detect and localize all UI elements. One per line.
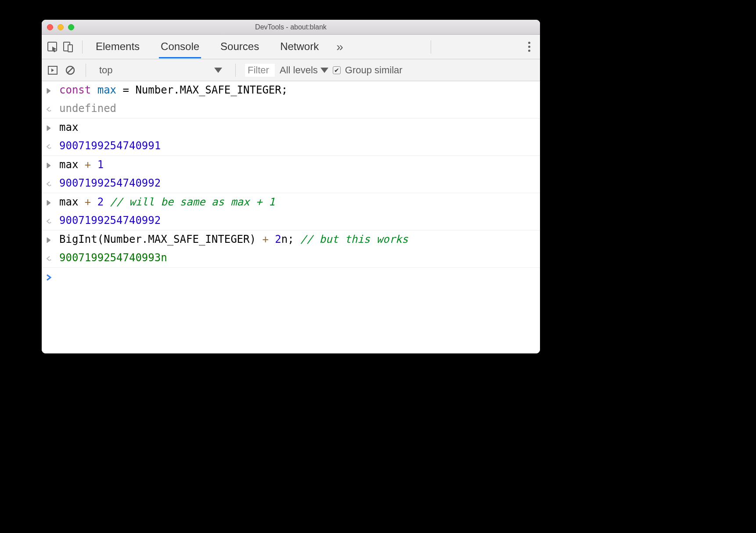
console-output-row: 9007199254740992: [42, 174, 540, 193]
input-chevron-icon: [45, 158, 54, 172]
levels-label: All levels: [280, 65, 318, 76]
devtools-window: DevTools - about:blank Elements Console …: [42, 20, 540, 353]
tab-network[interactable]: Network: [278, 35, 320, 58]
svg-point-10: [50, 259, 51, 261]
prompt-chevron-icon: [45, 270, 54, 284]
titlebar: DevTools - about:blank: [42, 20, 540, 35]
output-chevron-icon: [45, 177, 54, 190]
svg-point-8: [50, 185, 51, 186]
svg-point-9: [50, 222, 51, 223]
svg-line-5: [68, 68, 73, 73]
console-input-code[interactable]: max + 2 // will be same as max + 1: [59, 196, 275, 208]
clear-console-icon[interactable]: [64, 64, 77, 77]
console-input-code[interactable]: const max = Number.MAX_SAFE_INTEGER;: [59, 84, 288, 96]
console-output-value[interactable]: 9007199254740991: [59, 140, 161, 152]
context-label: top: [99, 65, 113, 76]
console-filterbar: top Filter All levels ✔ Group similar: [42, 59, 540, 81]
svg-point-6: [50, 110, 51, 112]
console-input-row: max: [42, 119, 540, 137]
inspect-icon[interactable]: [46, 40, 59, 54]
settings-menu-icon[interactable]: [523, 42, 536, 52]
more-tabs-icon[interactable]: »: [336, 40, 343, 54]
filter-input[interactable]: Filter: [245, 63, 275, 77]
context-selector[interactable]: top: [95, 65, 227, 76]
device-toggle-icon[interactable]: [62, 40, 75, 54]
output-chevron-icon: [45, 140, 54, 153]
separator: [431, 40, 431, 54]
svg-rect-2: [68, 45, 72, 52]
log-level-selector[interactable]: All levels: [280, 65, 328, 76]
console-output-value[interactable]: 9007199254740992: [59, 214, 161, 227]
output-chevron-icon: [45, 214, 54, 227]
console-prompt[interactable]: [42, 268, 540, 286]
input-chevron-icon: [45, 121, 54, 134]
console-input-row: max + 2 // will be same as max + 1: [42, 193, 540, 212]
main-toolbar: Elements Console Sources Network »: [42, 35, 540, 59]
console-entry: max + 1 9007199254740992: [42, 156, 540, 193]
console-output-row: 9007199254740993n: [42, 249, 540, 267]
window-title: DevTools - about:blank: [42, 23, 540, 31]
console-entry: const max = Number.MAX_SAFE_INTEGER; und…: [42, 81, 540, 119]
console-input-row: BigInt(Number.MAX_SAFE_INTEGER) + 2n; //…: [42, 230, 540, 249]
console-input-row: max + 1: [42, 156, 540, 174]
sidebar-toggle-icon[interactable]: [46, 64, 59, 77]
group-similar-label: Group similar: [345, 65, 403, 76]
separator: [235, 64, 236, 77]
svg-point-7: [50, 148, 51, 149]
console-entry: max 9007199254740991: [42, 119, 540, 156]
output-chevron-icon: [45, 102, 54, 115]
output-chevron-icon: [45, 252, 54, 265]
chevron-down-icon: [320, 68, 328, 73]
chevron-down-icon: [214, 68, 222, 73]
console-output-value[interactable]: 9007199254740992: [59, 177, 161, 189]
console-output-value[interactable]: undefined: [59, 102, 116, 115]
tab-sources[interactable]: Sources: [219, 35, 261, 58]
console-output-row: undefined: [42, 100, 540, 118]
console-output-value[interactable]: 9007199254740993n: [59, 252, 167, 264]
tab-console[interactable]: Console: [159, 35, 201, 58]
console-input-code[interactable]: max: [59, 121, 78, 133]
console-input-code[interactable]: BigInt(Number.MAX_SAFE_INTEGER) + 2n; //…: [59, 233, 408, 245]
console-input-row: const max = Number.MAX_SAFE_INTEGER;: [42, 81, 540, 100]
input-chevron-icon: [45, 233, 54, 246]
input-chevron-icon: [45, 84, 54, 97]
input-chevron-icon: [45, 196, 54, 209]
console-entry: max + 2 // will be same as max + 1 90071…: [42, 193, 540, 230]
console-entry: BigInt(Number.MAX_SAFE_INTEGER) + 2n; //…: [42, 230, 540, 268]
console-input-code[interactable]: max + 1: [59, 158, 104, 171]
panel-tabs: Elements Console Sources Network: [94, 35, 320, 58]
console-output-row: 9007199254740992: [42, 212, 540, 230]
separator: [82, 40, 83, 54]
console-output-row: 9007199254740991: [42, 137, 540, 155]
tab-elements[interactable]: Elements: [94, 35, 141, 58]
group-similar-checkbox[interactable]: ✔: [333, 66, 341, 74]
separator: [86, 64, 86, 77]
console-output[interactable]: const max = Number.MAX_SAFE_INTEGER; und…: [42, 81, 540, 353]
